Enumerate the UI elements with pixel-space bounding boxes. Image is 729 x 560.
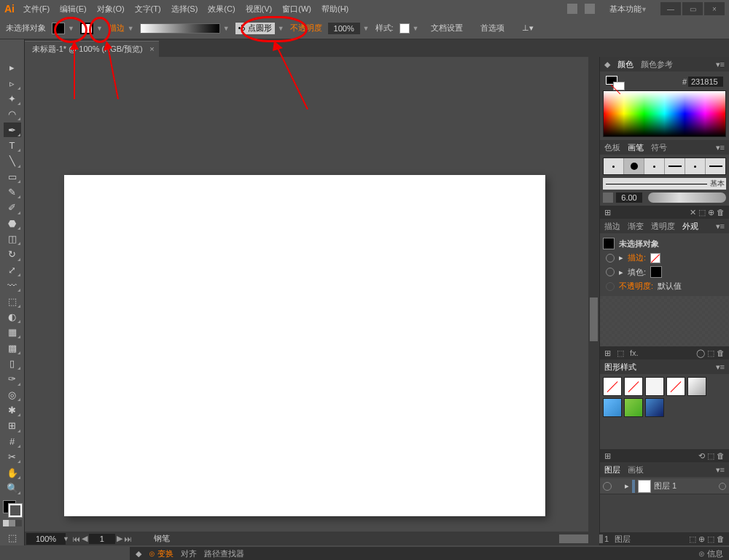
menu-file[interactable]: 文件(F) [23, 4, 50, 15]
visibility-toggle[interactable] [606, 254, 615, 262]
color-mode-buttons[interactable] [3, 520, 22, 526]
tab-color[interactable]: 颜色 [617, 59, 634, 70]
tab-transparency[interactable]: 透明度 [651, 221, 675, 232]
tool-paintbrush[interactable]: ✎ [4, 185, 21, 199]
tool-zoom[interactable]: 🔍 [4, 481, 21, 495]
menu-edit[interactable]: 编辑(E) [60, 4, 87, 15]
fill-dropdown[interactable]: ▼ [68, 25, 74, 32]
stroke-dropdown[interactable]: ▼ [96, 25, 103, 32]
tool-selection[interactable]: ▸ [4, 61, 21, 74]
stroke-swatch[interactable] [80, 23, 93, 34]
tab-stroke[interactable]: 描边 [604, 221, 620, 232]
stroke-color[interactable] [9, 504, 22, 517]
fill-row[interactable]: 填色: [628, 267, 646, 278]
tool-hand[interactable]: ✋ [4, 465, 21, 479]
tab-gradient[interactable]: 渐变 [628, 221, 644, 232]
window-close[interactable]: × [704, 2, 725, 15]
panel-menu-icon[interactable]: ▾≡ [716, 362, 725, 372]
opacity-row[interactable]: 不透明度: [619, 281, 653, 292]
doc-setup-button[interactable]: 文档设置 [425, 21, 469, 35]
nav-last-icon[interactable]: ⏭ [124, 534, 132, 543]
tool-slice[interactable]: ✂ [4, 450, 21, 464]
align-menu[interactable]: ⊥▾ [516, 22, 539, 34]
arrange-icon[interactable] [567, 4, 577, 14]
tool-type[interactable]: T [4, 139, 21, 152]
artboard-number[interactable]: 1 [89, 534, 115, 544]
style-thumb[interactable] [624, 377, 643, 396]
style-thumb[interactable] [624, 398, 643, 417]
tool-pen[interactable]: ✒ [4, 122, 21, 136]
tool-artboard[interactable]: # [4, 435, 21, 448]
layer-row[interactable]: ▸ 图层 1 [600, 478, 729, 494]
artboard[interactable] [64, 175, 545, 516]
nav-prev-icon[interactable]: ◀ [82, 534, 87, 543]
tool-rotate[interactable]: ↻ [4, 247, 21, 261]
panel-menu-icon[interactable]: ▾≡ [716, 143, 725, 152]
window-maximize[interactable]: ▭ [682, 2, 703, 15]
panel-menu-icon[interactable]: ▾≡ [716, 222, 725, 231]
stroke-width-profile[interactable] [140, 23, 220, 34]
tool-pencil[interactable]: ✐ [4, 201, 21, 214]
brush-preview[interactable]: 基本 [603, 178, 726, 190]
visibility-toggle[interactable] [606, 268, 615, 276]
brush-size-field[interactable]: 6.00 [616, 192, 642, 203]
tab-color-guide[interactable]: 颜色参考 [641, 59, 673, 70]
tool-eyedropper[interactable]: ✑ [4, 372, 21, 386]
panel-menu-icon[interactable]: ▾≡ [716, 60, 725, 69]
tab-artboards[interactable]: 画板 [628, 464, 644, 475]
stroke-label[interactable]: 描边 [109, 23, 125, 34]
fill-stroke-control[interactable] [3, 500, 22, 517]
tool-eraser[interactable]: ◫ [4, 232, 21, 246]
style-thumb[interactable] [666, 377, 685, 396]
layout-icon[interactable] [585, 4, 595, 14]
tool-perspective[interactable]: ▦ [4, 325, 21, 339]
tool-free-transform[interactable]: ⬚ [4, 294, 21, 308]
tool-rectangle[interactable]: ▭ [4, 170, 21, 184]
tab-brushes[interactable]: 画笔 [628, 142, 644, 153]
menu-window[interactable]: 窗口(W) [282, 4, 311, 15]
tool-graph[interactable]: ⊞ [4, 419, 21, 432]
tool-lasso[interactable]: ◠ [4, 107, 21, 121]
prefs-button[interactable]: 首选项 [475, 21, 510, 35]
nav-first-icon[interactable]: ⏮ [72, 534, 80, 543]
tab-layers[interactable]: 图层 [604, 464, 620, 475]
horizontal-scrollbar[interactable] [173, 534, 585, 543]
none-swatch-icon[interactable] [650, 253, 660, 263]
brush-preset[interactable]: • 5 点圆形 [235, 23, 275, 34]
tool-line[interactable]: ╲ [4, 154, 21, 168]
menu-help[interactable]: 帮助(H) [321, 4, 348, 15]
hex-input[interactable]: 231815 [688, 77, 723, 87]
nav-next-icon[interactable]: ▶ [117, 534, 122, 543]
style-thumb[interactable] [687, 377, 706, 396]
menu-select[interactable]: 选择(S) [171, 4, 198, 15]
tool-magic-wand[interactable]: ✦ [4, 92, 21, 106]
tab-align[interactable]: 对齐 [181, 548, 197, 559]
tool-blob[interactable]: ⬣ [4, 217, 21, 230]
layer-target-icon[interactable] [719, 483, 726, 490]
panel-fill-stroke[interactable] [606, 76, 623, 88]
panel-menu-icon[interactable]: ▾≡ [716, 465, 725, 475]
vertical-scrollbar[interactable] [588, 57, 599, 532]
style-thumb[interactable] [645, 377, 664, 396]
menu-text[interactable]: 文字(T) [135, 4, 161, 15]
tool-scale[interactable]: ⤢ [4, 263, 21, 277]
tool-blend[interactable]: ◎ [4, 388, 21, 402]
tool-direct-select[interactable]: ▹ [4, 76, 21, 90]
tab-appearance[interactable]: 外观 [682, 221, 698, 232]
tab-transform[interactable]: ⊙ 变换 [149, 548, 174, 559]
zoom-level[interactable]: 100% [26, 533, 66, 545]
style-thumb[interactable] [603, 377, 622, 396]
style-thumb[interactable] [603, 398, 622, 417]
tab-graphic-styles[interactable]: 图形样式 [604, 362, 636, 373]
stroke-row[interactable]: 描边: [628, 252, 646, 263]
library-icon[interactable]: ⊞ [604, 208, 611, 217]
document-tab[interactable]: 未标题-1* @ 100% (RGB/预览) × [25, 41, 159, 57]
menu-object[interactable]: 对象(O) [97, 4, 125, 15]
screen-mode[interactable]: ⬚ [4, 531, 21, 545]
window-minimize[interactable]: — [660, 2, 681, 15]
color-spectrum[interactable] [603, 90, 726, 137]
workspace-switcher[interactable]: 基本功能 ▼ [609, 4, 647, 15]
style-swatch[interactable] [399, 23, 410, 34]
tab-swatches[interactable]: 色板 [604, 142, 620, 153]
layer-visibility-icon[interactable] [603, 482, 612, 491]
